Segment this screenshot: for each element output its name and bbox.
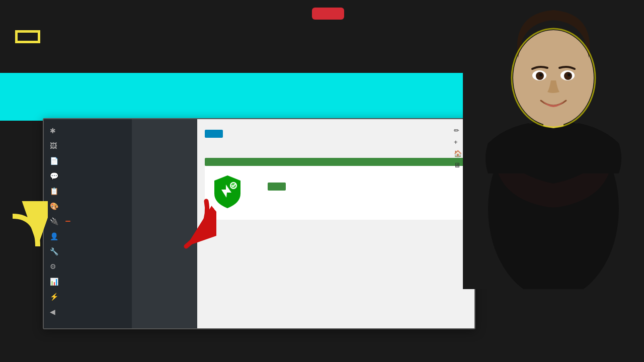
red-arrow-icon <box>156 196 216 251</box>
sidebar-item-posts[interactable]: ✱ <box>44 123 132 138</box>
sidebar-item-users[interactable]: 👤 <box>44 229 132 244</box>
sidebar-item-tools[interactable]: 🔧 <box>44 244 132 259</box>
sidebar-item-wpforms[interactable]: 📋 <box>44 184 132 199</box>
sidebar-item-insights[interactable]: 📊 <box>44 274 132 289</box>
customize-your-site-button[interactable] <box>205 130 223 138</box>
yellow-arrow-icon <box>8 201 48 261</box>
site-icon: 🖥 <box>454 161 460 169</box>
jetpack-banner <box>205 158 467 166</box>
wpforms-icon: 📋 <box>50 187 58 195</box>
submenu-premium-themes[interactable] <box>132 163 197 171</box>
homepage-icon: 🏠 <box>454 150 462 157</box>
minute-badge <box>312 8 344 20</box>
jetpack-shield-svg <box>212 173 243 209</box>
insights-icon: 📊 <box>50 278 58 286</box>
submenu-widgets[interactable] <box>132 139 197 147</box>
submenu-theme-editor[interactable] <box>132 171 197 179</box>
wp-main-content: ✏ + 🏠 🖥 <box>197 119 474 328</box>
how-to-box <box>15 30 40 43</box>
sidebar-item-pages[interactable]: 📄 <box>44 153 132 168</box>
red-arrow-container <box>156 196 216 253</box>
svg-point-11 <box>539 73 542 76</box>
jetpack-action-row <box>268 177 292 191</box>
svg-point-6 <box>513 30 594 126</box>
submenu-themes[interactable] <box>132 123 197 131</box>
users-icon: 👤 <box>50 232 58 240</box>
sidebar-item-plugins[interactable]: 🔌 <box>44 214 132 229</box>
svg-point-12 <box>568 73 571 76</box>
sidebar-item-collapse[interactable]: ◀ <box>44 304 132 319</box>
customize-area <box>205 127 467 138</box>
comments-icon: 💬 <box>50 172 58 180</box>
settings-icon: ⚙ <box>50 262 56 270</box>
yellow-arrow-container <box>8 201 48 263</box>
sidebar-item-optinmonster[interactable]: ⚡ <box>44 289 132 304</box>
blog-post-icon: ✏ <box>454 127 459 134</box>
plugins-icon: 🔌 <box>50 217 58 225</box>
jetpack-info <box>268 173 292 212</box>
posts-icon: ✱ <box>50 127 56 135</box>
appearance-icon: 🎨 <box>50 202 58 210</box>
sidebar-item-settings[interactable]: ⚙ <box>44 259 132 274</box>
media-icon: 🖼 <box>50 142 57 150</box>
jetpack-logo-area <box>212 173 258 212</box>
person-svg <box>463 0 644 289</box>
pages-icon: 📄 <box>50 157 58 165</box>
person-container <box>463 0 644 289</box>
collapse-icon: ◀ <box>50 308 55 316</box>
setup-jetpack-button[interactable] <box>268 183 286 191</box>
optinmonster-icon: ⚡ <box>50 293 58 301</box>
plugins-badge <box>65 221 70 222</box>
sidebar-item-media[interactable]: 🖼 <box>44 138 132 153</box>
sidebar-item-comments[interactable]: 💬 <box>44 168 132 184</box>
submenu-background[interactable] <box>132 155 197 163</box>
jetpack-promo <box>205 166 467 220</box>
about-icon: + <box>454 138 458 146</box>
wp-screenshot: ✱ 🖼 📄 💬 📋 🎨 <box>43 118 475 329</box>
tools-icon: 🔧 <box>50 247 58 255</box>
wp-admin-sidebar: ✱ 🖼 📄 💬 📋 🎨 <box>44 119 132 328</box>
submenu-menus[interactable] <box>132 147 197 155</box>
sidebar-item-appearance[interactable]: 🎨 <box>44 199 132 214</box>
submenu-customize[interactable] <box>132 131 197 139</box>
